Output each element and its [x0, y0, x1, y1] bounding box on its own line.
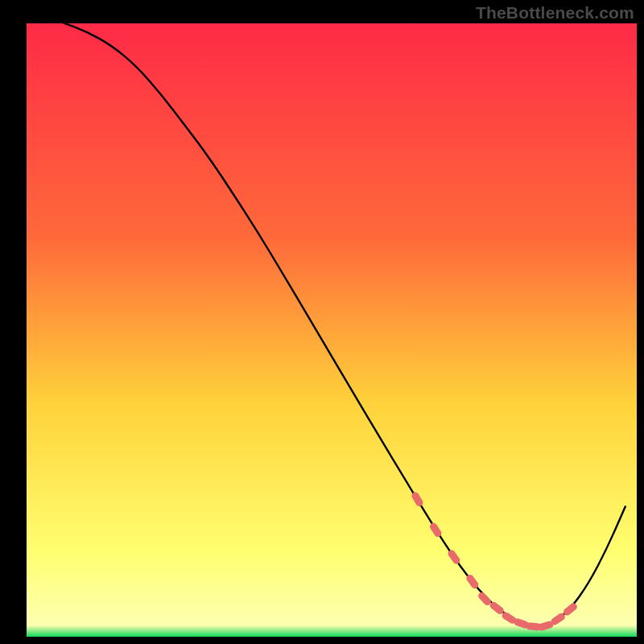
plot-background [26, 23, 638, 638]
watermark-label: TheBottleneck.com [476, 3, 634, 23]
chart [0, 0, 644, 644]
